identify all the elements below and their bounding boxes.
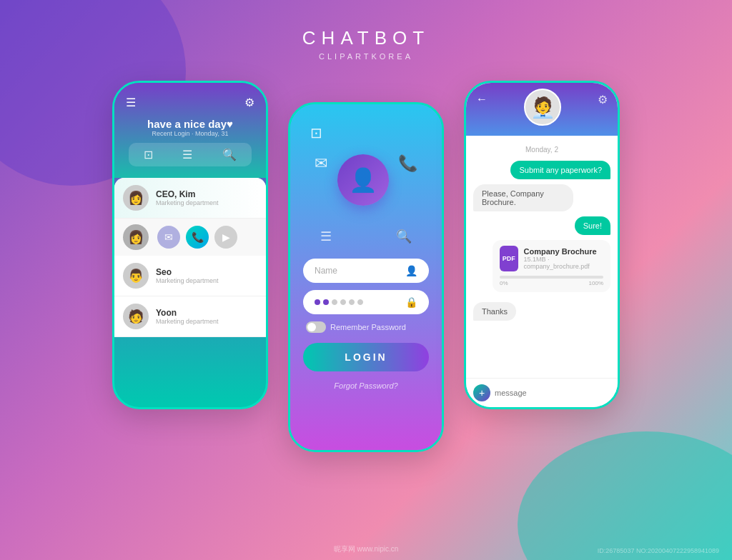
p3-settings-icon[interactable]: ⚙	[598, 93, 608, 106]
site-id: ID:26785037 NO:20200407222958941089	[598, 547, 719, 554]
dot-1	[315, 299, 320, 305]
name-input-row[interactable]: Name 👤	[303, 259, 429, 283]
login-button[interactable]: LOGIN	[303, 343, 429, 371]
message-input[interactable]	[495, 389, 610, 397]
p1-tabs: ⊡ ☰ 🔍	[129, 143, 252, 166]
msg-text-3: Sure!	[575, 216, 610, 235]
dot-6	[357, 299, 363, 305]
copy-icon[interactable]: ⊡	[310, 124, 322, 141]
avatar-ceo-kim: 👩	[123, 185, 149, 211]
forgot-password-link[interactable]: Forgot Password?	[334, 381, 397, 390]
msg-3: Sure!	[473, 216, 610, 235]
pdf-card: PDF Company Brochure 15.1MB · company_br…	[493, 240, 610, 292]
phone-icon[interactable]: 📞	[398, 154, 417, 217]
toggle-knob	[307, 323, 316, 331]
contact-item-yoon[interactable]: 🧑 Yoon Marketing department	[114, 296, 266, 337]
avatar-yoon: 🧑	[123, 304, 149, 329]
p3-avatar-container: 🧑‍💼	[524, 89, 561, 126]
password-dots	[315, 299, 363, 305]
phone-chat: ← 🧑‍💼 ⚙ Monday, 2 Submit any paperwork? …	[464, 81, 620, 409]
chat-date: Monday, 2	[473, 146, 610, 154]
pdf-card-row: PDF Company Brochure 15.1MB · company_br…	[500, 246, 603, 271]
p2-mid-icons: ✉ 👤 📞	[303, 154, 429, 217]
dot-2	[323, 299, 329, 305]
video-action-btn[interactable]: ▶	[214, 226, 237, 249]
contact-dept-ceo-kim: Marketing department	[156, 199, 219, 206]
msg-text-1: Submit any paperwork?	[510, 161, 610, 179]
password-input-row[interactable]: 🔒	[303, 290, 429, 314]
contact-dept-yoon: Marketing department	[156, 318, 219, 325]
msg-text-2: Please, Company Brochure.	[473, 184, 573, 211]
p3-chat-area: Monday, 2 Submit any paperwork? Please, …	[466, 136, 618, 378]
search-icon[interactable]: 🔍	[396, 229, 412, 244]
msg-5: Thanks	[473, 302, 610, 321]
contacts-list: 👩 CEO, Kim Marketing department 👩 ✉ 📞 ▶ …	[114, 178, 266, 337]
pdf-pct-start: 0%	[500, 280, 508, 286]
p3-input-bar: +	[466, 378, 618, 407]
contact-dept-seo: Marketing department	[156, 277, 219, 284]
pdf-pct-end: 100%	[589, 280, 603, 286]
p3-header: ← 🧑‍💼 ⚙	[466, 83, 618, 136]
p2-lower-icons: ☰ 🔍	[303, 229, 429, 244]
msg-4-file: PDF Company Brochure 15.1MB · company_br…	[473, 240, 610, 297]
contact-name-seo: Seo	[156, 267, 219, 277]
lock-icon: 🔒	[405, 296, 417, 308]
plus-button[interactable]: +	[473, 384, 490, 401]
pdf-progress-bar	[500, 276, 603, 279]
p2-user-avatar: 👤	[337, 154, 389, 206]
name-placeholder: Name	[315, 266, 337, 276]
page-title: CHATBOT	[302, 27, 430, 49]
qa-avatar: 👩	[123, 224, 149, 250]
p1-greeting: have a nice day♥	[126, 118, 254, 130]
dot-5	[349, 299, 355, 305]
remember-row[interactable]: Remember Password	[303, 321, 429, 333]
phones-row: ☰ ⚙ have a nice day♥ Recent Login · Mond…	[112, 81, 620, 452]
msg-2: Please, Company Brochure.	[473, 184, 610, 211]
p2-body: ⊡ ✉ 👤 📞 ☰ 🔍 Name 👤	[290, 104, 442, 450]
contact-item-ceo-kim[interactable]: 👩 CEO, Kim Marketing department	[114, 178, 266, 219]
pdf-size: 15.1MB · company_brochure.pdf	[524, 256, 603, 270]
pdf-icon: PDF	[500, 246, 518, 271]
settings-icon[interactable]: ⚙	[244, 96, 254, 109]
msg-1: Submit any paperwork?	[473, 161, 610, 179]
person-icon: 👤	[405, 265, 417, 276]
pdf-name: Company Brochure	[524, 247, 603, 256]
remember-label: Remember Password	[330, 323, 406, 331]
p3-contact-avatar: 🧑‍💼	[524, 89, 561, 126]
page-subtitle: CLIPARTKOREA	[302, 52, 430, 61]
header: CHATBOT CLIPARTKOREA	[302, 27, 430, 61]
phone-chat-list: ☰ ⚙ have a nice day♥ Recent Login · Mond…	[112, 81, 268, 409]
user-icon: 👤	[349, 166, 377, 194]
remember-toggle[interactable]	[306, 321, 326, 333]
avatar-seo: 👨	[123, 263, 149, 289]
tab-search-icon[interactable]: 🔍	[222, 148, 237, 161]
email-action-btn[interactable]: ✉	[157, 226, 180, 249]
msg-text-5: Thanks	[473, 302, 516, 321]
tab-list-icon[interactable]: ☰	[182, 148, 192, 161]
quick-actions: 👩 ✉ 📞 ▶	[114, 219, 266, 256]
p1-topbar: ☰ ⚙	[126, 96, 254, 109]
watermark: 昵享网 www.nipic.cn	[334, 544, 399, 554]
email-icon[interactable]: ✉	[315, 154, 327, 217]
contact-name-ceo-kim: CEO, Kim	[156, 189, 219, 199]
phone-login: ⊡ ✉ 👤 📞 ☰ 🔍 Name 👤	[288, 102, 444, 452]
p1-header: ☰ ⚙ have a nice day♥ Recent Login · Mond…	[114, 83, 266, 178]
p2-top-icons: ⊡	[303, 124, 429, 141]
pdf-pct-row: 0% 100%	[500, 280, 603, 286]
contact-item-seo[interactable]: 👨 Seo Marketing department	[114, 256, 266, 296]
call-action-btn[interactable]: 📞	[186, 226, 209, 249]
dot-3	[332, 299, 337, 305]
contact-name-yoon: Yoon	[156, 308, 219, 318]
menu-icon[interactable]: ☰	[126, 96, 136, 109]
p1-recent-login: Recent Login · Monday, 31	[126, 130, 254, 137]
dot-4	[340, 299, 346, 305]
tab-copy-icon[interactable]: ⊡	[144, 148, 153, 161]
list-icon[interactable]: ☰	[320, 229, 332, 244]
back-icon[interactable]: ←	[476, 93, 488, 106]
